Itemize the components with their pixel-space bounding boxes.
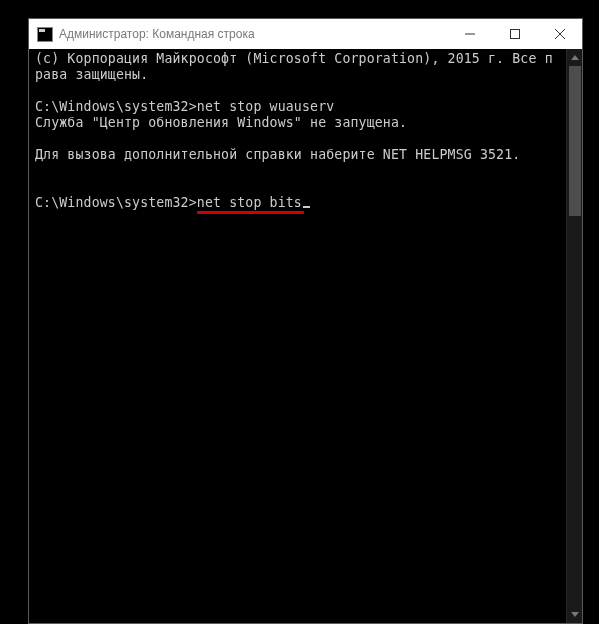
annotation-underline [197,211,304,214]
window-controls [447,19,582,49]
console-output[interactable]: (c) Корпорация Майкрософт (Microsoft Cor… [29,49,566,623]
command-text: net stop wuauserv [197,99,335,114]
prompt-path: C:\Windows\system32> [35,99,197,114]
scroll-down-arrow-icon[interactable] [567,606,583,623]
command-prompt-window: Администратор: Командная строка (c) Корп… [28,18,583,624]
help-text: Для вызова дополнительной справки набери… [35,147,520,162]
scroll-up-arrow-icon[interactable] [567,49,583,66]
scrollbar-thumb[interactable] [569,66,581,216]
svg-rect-1 [510,30,519,39]
minimize-button[interactable] [447,19,492,49]
vertical-scrollbar[interactable] [566,49,582,623]
close-button[interactable] [537,19,582,49]
maximize-button[interactable] [492,19,537,49]
response-text: Служба "Центр обновления Windows" не зап… [35,115,407,130]
window-title: Администратор: Командная строка [59,27,447,41]
command-text: net stop bits [197,195,302,210]
cmd-icon [37,27,53,42]
console-area[interactable]: (c) Корпорация Майкрософт (Microsoft Cor… [29,49,582,623]
prompt-path: C:\Windows\system32> [35,195,197,210]
copyright-text: (c) Корпорация Майкрософт (Microsoft Cor… [35,51,553,82]
window-titlebar[interactable]: Администратор: Командная строка [29,19,582,49]
text-cursor [303,206,310,208]
screenshot-background: Администратор: Командная строка (c) Корп… [0,0,599,624]
